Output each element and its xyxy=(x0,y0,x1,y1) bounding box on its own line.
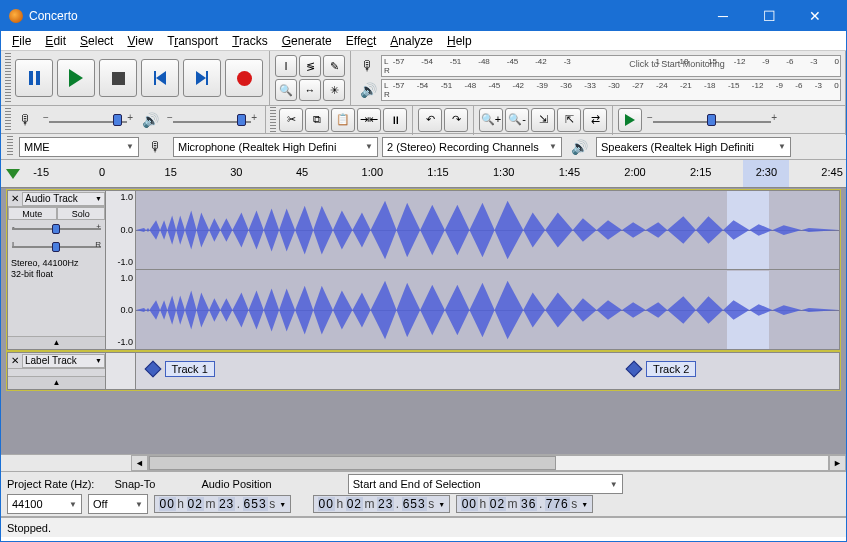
grip-icon[interactable] xyxy=(5,108,11,132)
scroll-right-button[interactable]: ► xyxy=(829,455,846,471)
grip-icon[interactable] xyxy=(5,53,11,103)
envelope-icon: ≶ xyxy=(306,60,315,73)
skip-start-icon xyxy=(154,71,166,85)
menu-view[interactable]: View xyxy=(120,32,160,50)
timeshift-tool[interactable]: ↔ xyxy=(299,79,321,101)
menu-generate[interactable]: Generate xyxy=(275,32,339,50)
rec-meter-ticks: -57-54-51-48-45-42-31-18-15-12-9-6-30 xyxy=(392,57,840,66)
trim-button[interactable]: ⇥⇤ xyxy=(357,108,381,132)
waveform-right[interactable] xyxy=(136,271,839,350)
draw-tool[interactable]: ✎ xyxy=(323,55,345,77)
scissors-icon: ✂ xyxy=(287,113,296,126)
recording-channels-combo[interactable]: 2 (Stereo) Recording Channels▼ xyxy=(382,137,562,157)
minimize-button[interactable]: ─ xyxy=(700,1,746,31)
paste-button[interactable]: 📋 xyxy=(331,108,355,132)
envelope-tool[interactable]: ≶ xyxy=(299,55,321,77)
redo-button[interactable]: ↷ xyxy=(444,108,468,132)
menu-tracks[interactable]: Tracks xyxy=(225,32,275,50)
close-button[interactable]: ✕ xyxy=(792,1,838,31)
zoom-in-button[interactable]: 🔍+ xyxy=(479,108,503,132)
fit-selection-button[interactable]: ⇲ xyxy=(531,108,555,132)
play-at-speed-button[interactable] xyxy=(618,108,642,132)
menu-analyze[interactable]: Analyze xyxy=(383,32,440,50)
audio-position-box[interactable]: 00h02m23.653s▼ xyxy=(154,495,291,513)
pause-button[interactable] xyxy=(15,59,53,97)
label-marker[interactable]: Track 2 xyxy=(628,361,696,377)
horizontal-scrollbar[interactable]: ◄ ► xyxy=(1,454,846,472)
record-button[interactable] xyxy=(225,59,263,97)
snap-to-combo[interactable]: Off▼ xyxy=(88,494,148,514)
recording-volume-slider[interactable]: −+ xyxy=(43,112,133,128)
scroll-trough[interactable] xyxy=(148,455,829,471)
pinned-playhead-icon[interactable] xyxy=(6,169,20,179)
playback-meter[interactable]: LR -57-54-51-48-45-42-39-36-33-30-27-24-… xyxy=(381,79,841,101)
zoom-out-button[interactable]: 🔍- xyxy=(505,108,529,132)
menu-select[interactable]: Select xyxy=(73,32,120,50)
track-control-panel: ✕ Audio Track▼ Mute Solo -+ LR Stereo, 4… xyxy=(8,191,106,349)
speaker-icon: 🔊 xyxy=(138,108,162,132)
vertical-scale[interactable]: 1.0 0.0 -1.0 1.0 0.0 -1.0 xyxy=(106,191,136,349)
track-close-button[interactable]: ✕ xyxy=(8,355,22,366)
mute-button[interactable]: Mute xyxy=(8,207,57,220)
zoom-toggle-icon: ⇄ xyxy=(591,113,600,126)
cut-button[interactable]: ✂ xyxy=(279,108,303,132)
zoom-tool[interactable]: 🔍 xyxy=(275,79,297,101)
track-collapse-button[interactable]: ▲ xyxy=(8,376,105,389)
label-text[interactable]: Track 2 xyxy=(646,361,696,377)
menu-help[interactable]: Help xyxy=(440,32,479,50)
track-close-button[interactable]: ✕ xyxy=(8,193,22,204)
pan-slider[interactable]: LR xyxy=(12,240,101,254)
menu-effect[interactable]: Effect xyxy=(339,32,383,50)
waveform-left[interactable] xyxy=(136,191,839,270)
skip-start-button[interactable] xyxy=(141,59,179,97)
menu-file[interactable]: File xyxy=(5,32,38,50)
recording-device-combo[interactable]: Microphone (Realtek High Defini▼ xyxy=(173,137,378,157)
label-handle-icon[interactable] xyxy=(144,361,161,378)
menu-transport[interactable]: Transport xyxy=(160,32,225,50)
silence-button[interactable]: ⏸ xyxy=(383,108,407,132)
rec-meter-mic-icon[interactable]: 🎙 xyxy=(356,54,380,78)
timeline-ruler[interactable]: -1501530451:001:151:301:452:002:152:302:… xyxy=(1,160,846,188)
label-text[interactable]: Track 1 xyxy=(165,361,215,377)
track-menu-button[interactable]: Label Track▼ xyxy=(22,354,105,368)
multi-tool[interactable]: ✳ xyxy=(323,79,345,101)
track-collapse-button[interactable]: ▲ xyxy=(8,336,105,349)
selection-tool[interactable]: I xyxy=(275,55,297,77)
scroll-left-button[interactable]: ◄ xyxy=(131,455,148,471)
silence-icon: ⏸ xyxy=(390,114,401,126)
playback-volume-slider[interactable]: −+ xyxy=(167,112,257,128)
playback-speed-slider[interactable]: −+ xyxy=(647,112,777,128)
audio-track[interactable]: ✕ Audio Track▼ Mute Solo -+ LR Stereo, 4… xyxy=(7,190,840,350)
play-meter-speaker-icon[interactable]: 🔊 xyxy=(356,78,380,102)
track-menu-button[interactable]: Audio Track▼ xyxy=(22,192,105,206)
selection-mode-combo[interactable]: Start and End of Selection▼ xyxy=(348,474,623,494)
maximize-button[interactable]: ☐ xyxy=(746,1,792,31)
play-button[interactable] xyxy=(57,59,95,97)
menu-edit[interactable]: Edit xyxy=(38,32,73,50)
selection-start-box[interactable]: 00h02m23.653s▼ xyxy=(313,495,450,513)
grip-icon[interactable] xyxy=(7,136,13,156)
waveform-area[interactable] xyxy=(136,191,839,349)
playback-device-combo[interactable]: Speakers (Realtek High Definiti▼ xyxy=(596,137,791,157)
audio-host-combo[interactable]: MME▼ xyxy=(19,137,139,157)
recording-meter[interactable]: LR -57-54-51-48-45-42-31-18-15-12-9-6-30… xyxy=(381,55,841,77)
scroll-thumb[interactable] xyxy=(149,456,556,470)
timeshift-icon: ↔ xyxy=(305,84,316,96)
label-area[interactable]: Track 1 Track 2 xyxy=(136,353,839,389)
label-marker[interactable]: Track 1 xyxy=(147,361,215,377)
solo-button[interactable]: Solo xyxy=(57,207,106,220)
stop-icon xyxy=(112,72,125,85)
gain-slider[interactable]: -+ xyxy=(12,222,101,236)
zoom-toggle-button[interactable]: ⇄ xyxy=(583,108,607,132)
selection-end-box[interactable]: 00h02m36.776s▼ xyxy=(456,495,593,513)
label-handle-icon[interactable] xyxy=(626,361,643,378)
undo-button[interactable]: ↶ xyxy=(418,108,442,132)
multitool-icon: ✳ xyxy=(330,84,339,97)
skip-end-button[interactable] xyxy=(183,59,221,97)
label-track[interactable]: ✕ Label Track▼ ▲ Track 1 Track 2 xyxy=(7,352,840,390)
fit-project-button[interactable]: ⇱ xyxy=(557,108,581,132)
copy-button[interactable]: ⧉ xyxy=(305,108,329,132)
grip-icon[interactable] xyxy=(270,107,276,133)
project-rate-combo[interactable]: 44100▼ xyxy=(7,494,82,514)
stop-button[interactable] xyxy=(99,59,137,97)
